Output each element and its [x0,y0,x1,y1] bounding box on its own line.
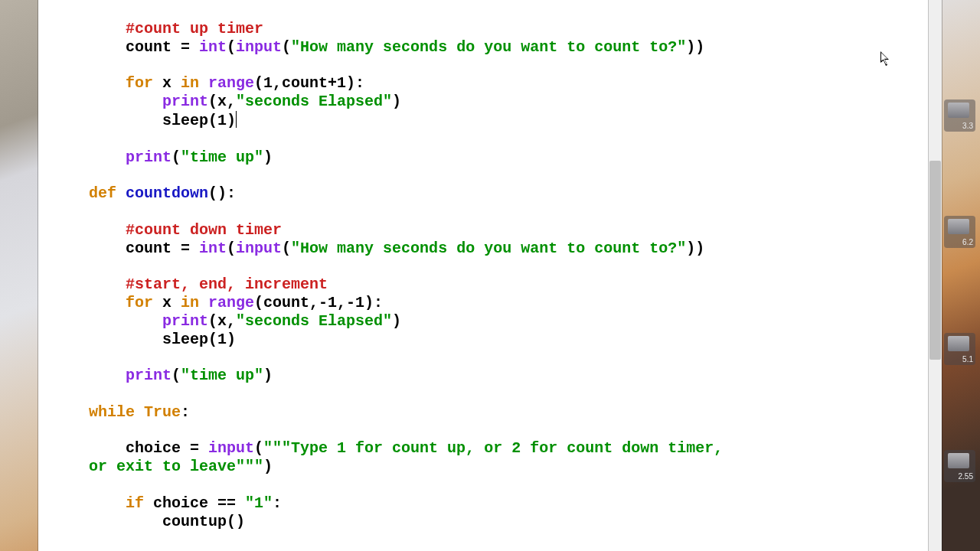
code-token [116,184,126,202]
screenshot-label: 6.2 [962,238,973,246]
screenshot-label: 2.55 [959,472,973,481]
code-token: for [126,74,153,92]
code-token: ) [263,148,273,166]
code-token: ( [282,240,291,257]
code-token: x [153,74,181,92]
code-token: print [162,93,208,110]
code-token: choice = [126,439,208,457]
vertical-scrollbar[interactable] [928,0,942,551]
code-token: in [181,294,199,311]
code-token [199,74,208,92]
screenshot-label: 3.3 [962,122,973,130]
code-token: ) [392,312,401,330]
code-token: ( [172,367,181,384]
code-token: choice == [144,494,245,512]
code-area[interactable]: #count up timer count = int(input("How m… [51,0,928,551]
code-token: "seconds Elapsed" [236,93,392,110]
code-token: print [126,367,172,384]
code-token: print [126,148,172,166]
desktop-wallpaper: 3.3 6.2 5.1 2.55 #count up timer count =… [0,0,980,551]
code-token: "How many seconds do you want to count t… [291,240,686,257]
code-token [199,294,208,311]
screenshot-icon[interactable]: 3.3 [944,99,975,132]
screenshot-icon[interactable]: 5.1 [944,333,975,365]
code-token: x [153,294,181,311]
desktop-icons-column: 3.3 6.2 5.1 2.55 [945,0,975,551]
screenshot-icon[interactable]: 6.2 [944,216,975,248]
code-token: (x, [208,93,236,110]
code-token: ( [227,240,236,257]
code-token: ( [227,38,236,56]
code-token: : [181,403,190,421]
code-token: )) [686,38,704,56]
code-token: "time up" [181,148,263,166]
code-token: #start, end, increment [126,276,328,293]
code-token: "How many seconds do you want to count t… [291,38,686,56]
code-token: count = [126,240,199,257]
code-token: while [89,403,135,421]
code-editor-window: #count up timer count = int(input("How m… [38,0,942,551]
screenshot-icon[interactable]: 2.55 [944,450,975,482]
code-token: int [199,38,227,56]
code-token: "seconds Elapsed" [236,312,392,330]
code-token: in [181,74,199,92]
code-token: "time up" [181,367,263,384]
code-token: #count down timer [126,221,282,239]
code-token: range [208,74,254,92]
code-token: countdown [126,184,208,202]
code-token: ) [263,458,273,475]
code-token: range [208,294,254,311]
code-token: ( [254,439,263,457]
code-token: ( [172,148,181,166]
code-token: (count,-1,-1): [254,294,383,311]
code-token: (1,count+1): [254,74,364,92]
code-content[interactable]: #count up timer count = int(input("How m… [51,0,928,530]
code-token: for [126,294,153,311]
code-token: count = [126,38,199,56]
code-token: sleep(1) [162,112,236,129]
code-token: ) [392,93,401,110]
code-token: countup() [162,513,245,530]
code-token: ( [282,38,291,56]
scrollbar-thumb[interactable] [929,161,941,360]
code-token: """Type 1 for count up, or 2 for count d… [263,439,723,457]
screenshot-label: 5.1 [962,355,973,364]
code-token: (x, [208,312,236,330]
text-caret [236,111,237,128]
code-token: input [208,439,254,457]
code-token: ) [263,367,273,384]
code-token: True [144,403,181,421]
editor-gutter [38,0,51,551]
code-token: )) [686,240,704,257]
code-token: #count up timer [126,20,263,37]
code-token: or exit to leave""" [89,458,263,475]
code-token: : [273,494,282,512]
code-token: def [89,184,116,202]
code-token: sleep(1) [162,331,236,348]
code-token: (): [208,184,236,202]
code-token: input [236,38,282,56]
code-token: int [199,240,227,257]
code-token: if [126,494,144,512]
code-token: print [162,312,208,330]
code-token: "1" [245,494,273,512]
code-token: input [236,240,282,257]
code-token [135,403,144,421]
